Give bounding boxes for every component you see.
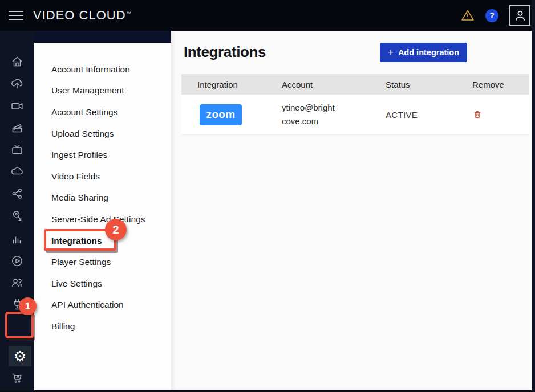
home-icon[interactable]: [10, 55, 24, 68]
status-badge: ACTIVE: [386, 110, 418, 120]
zoom-logo: zoom: [200, 104, 242, 125]
status-cell: ACTIVE: [370, 110, 456, 120]
table-row: zoom ytineo@brightcove.com ACTIVE: [181, 95, 529, 135]
marketplace-cart-icon[interactable]: [10, 371, 24, 385]
settings-menu: Account Information User Management Acco…: [34, 43, 171, 337]
trash-icon: [472, 109, 483, 120]
tv-icon[interactable]: [10, 143, 24, 157]
account-profile-icon[interactable]: [509, 5, 530, 26]
table-header-row: Integration Account Status Remove: [181, 74, 529, 95]
topbar-actions: ?: [461, 0, 530, 31]
share-icon[interactable]: [10, 187, 24, 201]
account-cell: ytineo@brightcove.com: [266, 101, 370, 128]
clapperboard-icon[interactable]: [10, 121, 24, 135]
analytics-icon[interactable]: [10, 232, 24, 246]
add-integration-label: Add integration: [398, 48, 459, 57]
col-header-integration: Integration: [181, 80, 266, 89]
sidebar-item-media-sharing[interactable]: Media Sharing: [34, 187, 171, 209]
right-edge-strip: [532, 0, 535, 392]
settings-gear-icon[interactable]: ⚙: [9, 346, 31, 366]
upload-icon[interactable]: [10, 77, 24, 91]
trademark-symbol: ™: [127, 11, 132, 16]
interactivity-tap-icon[interactable]: [10, 209, 24, 223]
sidebar-item-player-settings[interactable]: Player Settings: [34, 251, 171, 273]
hamburger-menu-icon[interactable]: [8, 8, 25, 23]
sidebar-item-billing[interactable]: Billing: [34, 316, 171, 337]
sidebar-item-ingest-profiles[interactable]: Ingest Profiles: [34, 144, 171, 166]
sidebar-item-server-side-ad-settings[interactable]: Server-Side Ad Settings: [34, 209, 171, 230]
settings-sidebar: Account Information User Management Acco…: [34, 31, 171, 392]
col-header-status: Status: [370, 80, 456, 89]
plus-icon: +: [388, 47, 394, 58]
col-header-account: Account: [266, 80, 370, 89]
question-mark: ?: [489, 11, 495, 20]
remove-cell: [456, 109, 529, 120]
warning-icon[interactable]: [461, 9, 475, 22]
sidebar-item-video-fields[interactable]: Video Fields: [34, 166, 171, 187]
sidebar-item-account-information[interactable]: Account Information: [34, 59, 171, 80]
main-content: Integrations + Add integration Integrati…: [171, 31, 532, 392]
account-email: ytineo@brightcove.com: [282, 101, 337, 128]
add-integration-button[interactable]: + Add integration: [380, 43, 467, 62]
logo-text: VIDEO CLOUD: [33, 8, 126, 22]
sidebar-item-integrations[interactable]: Integrations: [34, 230, 171, 252]
gear-glyph: ⚙: [14, 349, 26, 364]
integrations-table: Integration Account Status Remove zoom y…: [181, 74, 529, 135]
topbar: VIDEO CLOUD™ ?: [0, 0, 535, 31]
sidebar-item-live-settings[interactable]: Live Settings: [34, 273, 171, 295]
remove-integration-button[interactable]: [472, 109, 483, 120]
video-cloud-app: VIDEO CLOUD™ ?: [0, 0, 535, 392]
icon-rail: ⚙: [0, 31, 34, 392]
sidebar-item-account-settings[interactable]: Account Settings: [34, 101, 171, 123]
sidebar-item-api-authentication[interactable]: API Authentication: [34, 295, 171, 316]
help-icon[interactable]: ?: [485, 9, 498, 22]
sidebar-item-upload-settings[interactable]: Upload Settings: [34, 123, 171, 145]
sidebar-item-user-management[interactable]: User Management: [34, 80, 171, 102]
sidebar-header-strip: [34, 31, 171, 43]
plug-icon[interactable]: [10, 297, 24, 311]
video-camera-icon[interactable]: [10, 99, 24, 113]
page-title: Integrations: [184, 43, 266, 61]
cloud-icon[interactable]: [10, 165, 24, 178]
col-header-remove: Remove: [456, 80, 529, 89]
integration-cell: zoom: [181, 104, 266, 125]
video-cloud-logo: VIDEO CLOUD™: [33, 8, 132, 23]
player-icon[interactable]: [10, 254, 24, 268]
audience-icon[interactable]: [10, 276, 24, 289]
